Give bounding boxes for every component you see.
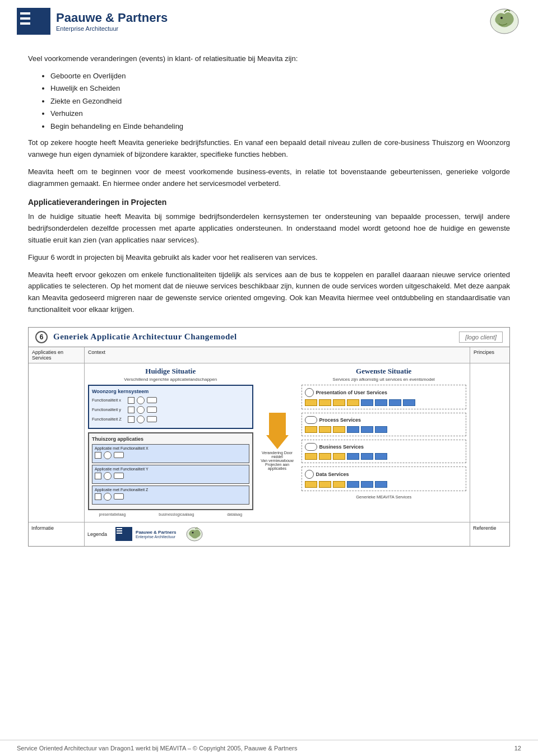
diagram-footer-left: Informatie: [29, 522, 85, 546]
func-label-z: Functionaliteit Z: [92, 417, 126, 422]
huidige-title: Huidige Situatie: [88, 367, 253, 376]
para-3: In de huidige situatie heeft Meavita bij…: [28, 211, 510, 246]
block: [361, 481, 373, 488]
app-item-z: Applicatie met Functionaliteit Z: [92, 486, 249, 505]
block: [333, 481, 345, 488]
generieke-label: Generieke MEAVITA Services: [302, 494, 467, 500]
func-rect: [147, 397, 157, 403]
data-services-icon: [305, 470, 314, 479]
gewenste-situatie: Gewenste Situatie Services zijn afkomsti…: [302, 367, 467, 516]
logo-box-icon: [17, 8, 50, 35]
func-circle: [137, 416, 145, 423]
app-func-row-y: [95, 472, 247, 480]
user-services-section: Presentation of User Services: [302, 385, 467, 409]
footer-logo: Paauwe & Partners Enterprise Architectuu…: [115, 527, 176, 541]
process-services-icon: [305, 416, 317, 424]
data-services-title: Data Services: [316, 472, 349, 477]
page-header: Paauwe & Partners Enterprise Architectuu…: [0, 0, 538, 42]
func-label-x: Functionaliteit x: [92, 398, 126, 403]
logo-text: Paauwe & Partners Enterprise Architectuu…: [56, 11, 168, 32]
diagram-logo-placeholder: [logo client]: [459, 332, 503, 343]
list-item: Geboorte en Overlijden: [50, 71, 510, 82]
func-circle: [137, 406, 145, 414]
func-square: [95, 473, 101, 479]
diagram-col-main: Huidige Situatie Verschillend ingerichte…: [85, 363, 470, 522]
list-item: Begin behandeling en Einde behandeling: [50, 121, 510, 132]
block: [305, 426, 317, 433]
func-circle: [104, 472, 112, 480]
big-arrow: [266, 413, 289, 449]
legenda-label: Legenda: [87, 531, 107, 537]
func-rect: [147, 407, 157, 413]
block: [305, 481, 317, 488]
page-footer: Service Oriented Architectuur van Dragon…: [0, 740, 538, 756]
data-services-section: Data Services: [302, 466, 467, 491]
para-4: Figuur 6 wordt in projecten bij Meavita …: [28, 252, 510, 264]
block: [319, 426, 331, 433]
block: [375, 453, 387, 460]
bullet-list: Geboorte en Overlijden Huwelijk en Schei…: [50, 71, 510, 132]
func-rect: [114, 473, 124, 479]
footer-dragon-icon: [185, 525, 205, 543]
diagram-footer-right: Referentie: [470, 522, 509, 546]
col-left-header: Applicaties en Services: [29, 347, 85, 363]
block: [361, 399, 373, 406]
block: [403, 399, 415, 406]
footer-company-name: Paauwe & Partners: [136, 530, 176, 535]
footer-company-text: Paauwe & Partners Enterprise Architectuu…: [136, 530, 176, 539]
diagram-footer: Informatie Legenda Paauwe & Partners: [29, 522, 509, 546]
block: [347, 426, 359, 433]
col-right-header: Principes: [470, 347, 509, 363]
main-content: Veel voorkomende veranderingen (events) …: [0, 42, 538, 740]
func-circle: [137, 396, 145, 404]
block: [333, 426, 345, 433]
block: [375, 399, 387, 406]
data-services-blocks: [305, 481, 463, 488]
diagram-col-right: [470, 363, 509, 522]
process-services-blocks: [305, 426, 463, 433]
block: [333, 453, 345, 460]
func-square: [95, 493, 101, 500]
para-5: Meavita heeft ervoor gekozen om enkele f…: [28, 269, 510, 316]
gewenste-title: Gewenste Situatie: [302, 367, 467, 376]
app-func-row-z: [95, 493, 247, 501]
data-services-header: Data Services: [305, 470, 463, 479]
block: [389, 399, 401, 406]
thuiszorg-box: Thuiszorg applicaties Applicatie met Fun…: [88, 432, 253, 510]
diagram-container: 6 Generiek Applicatie Architectuur Chang…: [28, 327, 510, 547]
intro-lead: Veel voorkomende veranderingen (events) …: [28, 53, 510, 65]
func-circle: [104, 493, 112, 501]
footer-company-sub: Enterprise Architectuur: [136, 535, 176, 539]
footer-text: Service Oriented Architectuur van Dragon…: [17, 745, 298, 752]
block: [305, 453, 317, 460]
arrow-body: [269, 413, 286, 435]
block: [347, 399, 359, 406]
block: [375, 481, 387, 488]
func-rect: [114, 493, 124, 500]
block: [319, 481, 331, 488]
diagram-header: 6 Generiek Applicatie Architectuur Chang…: [29, 328, 509, 347]
page-number: 12: [514, 745, 521, 752]
business-services-icon: [305, 443, 317, 451]
gewenste-subtitle: Services zijn afkomstig uit services en …: [302, 377, 467, 382]
business-services-header: Business Services: [305, 443, 463, 451]
block: [305, 399, 317, 406]
app-func-row: [95, 451, 247, 459]
logo-left: Paauwe & Partners Enterprise Architectuu…: [17, 8, 168, 35]
company-name: Paauwe & Partners: [56, 11, 168, 25]
list-item: Ziekte en Gezondheid: [50, 96, 510, 107]
diagram-col-headers: Applicaties en Services Context Principe…: [29, 347, 509, 363]
layers-label: presentatielaag businesslogicaalaag data…: [88, 512, 253, 516]
func-row-y: Functionaliteit y: [92, 406, 249, 414]
business-services-title: Business Services: [319, 444, 364, 450]
user-services-icon: [305, 388, 314, 397]
process-services-section: Process Services: [302, 413, 467, 436]
woonzorg-box: Woonzorg kernsysteem Functionaliteit x F…: [88, 385, 253, 429]
para-after-bullets: Tot op zekere hoogte heeft Meavita gener…: [28, 137, 510, 161]
diagram-col-left: [29, 363, 85, 522]
arrow-label: Verandering Door middel Van vernieuwbouw…: [258, 451, 297, 470]
block: [375, 426, 387, 433]
func-label-y: Functionaliteit y: [92, 407, 126, 412]
user-services-title: Presentation of User Services: [316, 390, 388, 395]
func-square: [95, 452, 101, 459]
